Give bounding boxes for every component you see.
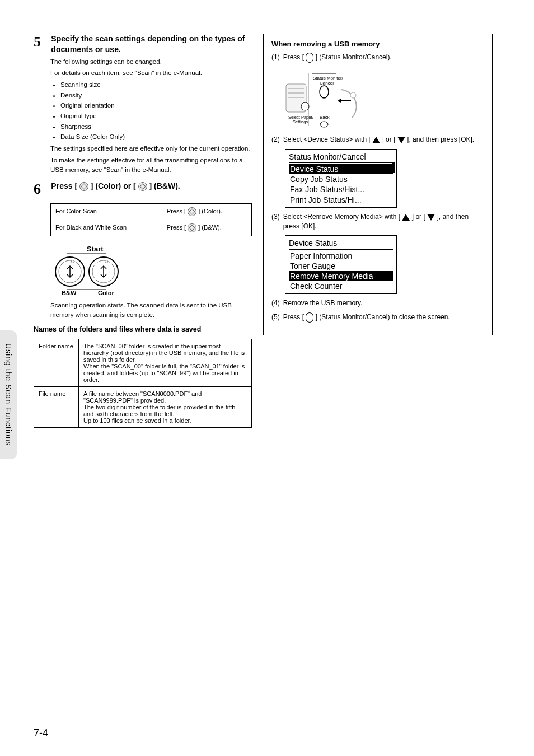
cell-bw-label: For Black and White Scan (51, 220, 162, 236)
step-6: 6 Press [ ] (Color) or [ ] (B&W). For Co… (34, 181, 252, 320)
status-monitor-button-icon (306, 53, 313, 63)
substep-5: (5) Press [ ] (Status Monitor/Cancel) to… (271, 312, 484, 323)
callout-title: When removing a USB memory (271, 40, 484, 48)
substep-num: (4) (271, 298, 280, 308)
step-number-5: 5 (34, 34, 49, 50)
cell-color-label: For Color Scan (51, 204, 162, 220)
svg-point-3 (72, 260, 74, 263)
lcd-row: Fax Job Status/Hist... (289, 184, 393, 194)
lcd-row-selected: Remove Memory Media (289, 271, 393, 281)
text: ], and then press [OK]. (405, 136, 474, 143)
text: Press [ (283, 313, 306, 321)
bullet-item: Data Size (Color Only) (60, 132, 252, 142)
text: Press [ (167, 224, 188, 231)
svg-point-20 (320, 122, 328, 127)
step-5-title: Specify the scan settings depending on t… (51, 34, 251, 55)
folder-label: Folder name (34, 339, 79, 386)
text: Select <Remove Memory Media> with [ (283, 213, 402, 221)
cell-color-action: Press [ ] (Color). (162, 204, 251, 220)
text: Press [ (51, 181, 79, 190)
step-6-title: Press [ ] (Color) or [ ] (B&W). (51, 181, 251, 192)
color-text: Color (98, 290, 114, 295)
step-5: 5 Specify the scan settings depending on… (34, 34, 252, 174)
color-start-icon (79, 182, 88, 191)
bullet-item: Density (60, 91, 252, 100)
substep-num: (3) (271, 212, 280, 222)
sidebar-label: Using the Scan Functions (4, 343, 13, 446)
start-button-illustration: Start B&W Color (50, 245, 252, 295)
table-row: For Color Scan Press [ ] (Color). (51, 204, 252, 220)
bw-start-icon (138, 182, 147, 191)
substep-text: Press [ ] (Status Monitor/Cancel). (283, 53, 484, 63)
substep-text: Select <Device Status> with [ ] or [ ], … (283, 135, 484, 144)
bw-text: B&W (62, 290, 77, 295)
names-section: Names of the folders and files where dat… (34, 325, 252, 428)
down-arrow-icon (397, 137, 405, 143)
sidebar-tab: Using the Scan Functions (0, 330, 17, 459)
lcd-row-selected: Device Status (289, 164, 393, 174)
text: ] (Color) or [ (88, 181, 138, 190)
text: ] or [ (380, 136, 397, 143)
table-row: File name A file name between "SCAN0000.… (34, 386, 252, 427)
lcd-row: Toner Gauge (289, 261, 393, 271)
svg-text:Status Monitor/: Status Monitor/ (313, 76, 344, 81)
svg-point-16 (301, 102, 309, 110)
substep-text: Press [ ] (Status Monitor/Cancel) to clo… (283, 312, 484, 323)
page-number: 7-4 (34, 727, 48, 739)
text: Select <Device Status> with [ (283, 136, 372, 143)
substep-2: (2) Select <Device Status> with [ ] or [… (271, 135, 484, 144)
text: ] (B&W). (147, 181, 180, 190)
table-row: Folder name The "SCAN_00" folder is crea… (34, 339, 252, 386)
start-text: Start (87, 245, 104, 253)
folder-text: The "SCAN_00" folder is created in the u… (79, 339, 252, 386)
up-arrow-icon (402, 214, 410, 221)
down-arrow-icon (427, 214, 435, 221)
lcd-screen-1: Status Monitor/Cancel Device Status Copy… (285, 149, 397, 208)
table-row: For Black and White Scan Press [ ] (B&W)… (51, 220, 252, 236)
lcd-row: Paper Information (289, 251, 393, 261)
scan-mode-table: For Color Scan Press [ ] (Color). For Bl… (50, 203, 252, 236)
bullet-item: Original type (60, 111, 252, 121)
bullet-item: Sharpness (60, 122, 252, 132)
text: Press [ (167, 208, 188, 214)
usb-remove-callout: When removing a USB memory (1) Press [ ]… (263, 34, 493, 335)
substep-3: (3) Select <Remove Memory Media> with [ … (271, 212, 484, 231)
names-heading: Names of the folders and files where dat… (34, 325, 252, 333)
control-panel-illustration: Status Monitor/ Cancel Select Paper/ Set… (285, 67, 484, 130)
step-5-note2: To make the settings effective for all t… (50, 156, 252, 174)
step-5-intro2: For details on each item, see "Scan" in … (50, 68, 252, 78)
lcd-row: Copy Job Status (289, 174, 393, 184)
substep-text: Select <Remove Memory Media> with [ ] or… (283, 212, 484, 231)
substep-text: Remove the USB memory. (283, 298, 484, 308)
text: ] or [ (410, 213, 427, 221)
right-column: When removing a USB memory (1) Press [ ]… (263, 34, 493, 433)
substep-4: (4) Remove the USB memory. (271, 298, 484, 308)
step-number-6: 6 (34, 181, 49, 198)
step-5-bullets: Scanning size Density Original orientati… (60, 80, 252, 142)
substep-1: (1) Press [ ] (Status Monitor/Cancel). (271, 53, 484, 63)
text: ] (B&W). (196, 224, 222, 231)
up-arrow-icon (372, 137, 380, 143)
text: ] (Status Monitor/Cancel) to close the s… (313, 313, 449, 321)
text: ] (Status Monitor/Cancel). (313, 53, 391, 61)
substep-num: (5) (271, 312, 280, 322)
step-5-intro1: The following settings can be changed. (50, 57, 252, 67)
bw-start-icon (188, 223, 196, 232)
page-content: 5 Specify the scan settings depending on… (0, 0, 534, 456)
substep-num: (2) (271, 135, 280, 144)
svg-text:Back: Back (320, 115, 330, 120)
cell-bw-action: Press [ ] (B&W). (162, 220, 251, 236)
bullet-item: Scanning size (60, 80, 252, 90)
color-start-icon (188, 207, 196, 216)
status-monitor-button-icon (306, 312, 313, 323)
file-text: A file name between "SCAN0000.PDF" and "… (79, 386, 252, 427)
lcd-row: Check Counter (289, 281, 393, 291)
svg-point-15 (320, 86, 329, 98)
file-label: File name (34, 386, 79, 427)
svg-point-6 (105, 260, 108, 263)
step-6-after: Scanning operation starts. The scanned d… (50, 301, 252, 319)
text: Press [ (283, 53, 306, 61)
lcd-screen-2: Device Status Paper Information Toner Ga… (285, 235, 397, 294)
lcd-title: Status Monitor/Cancel (289, 152, 393, 163)
left-column: 5 Specify the scan settings depending on… (34, 34, 252, 433)
